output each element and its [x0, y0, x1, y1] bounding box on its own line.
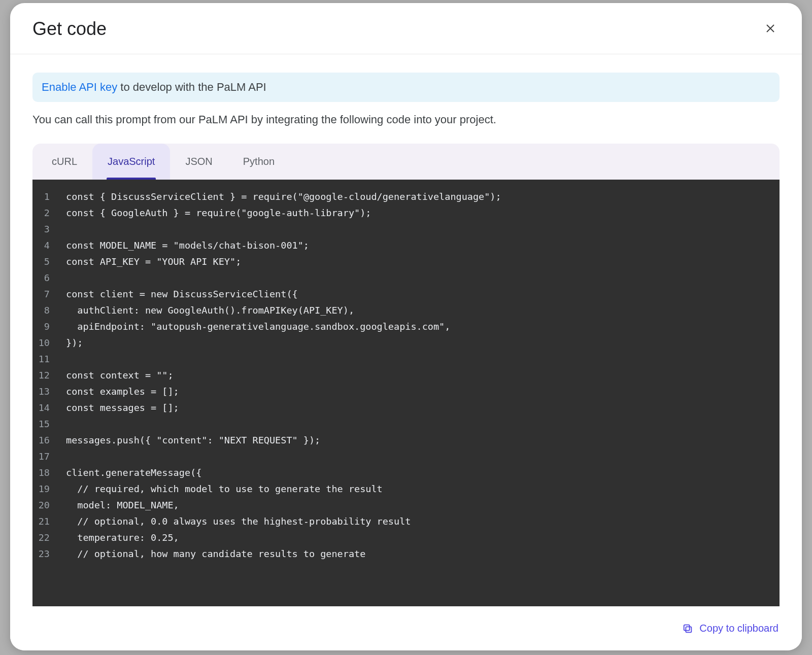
code-line: // required, which model to use to gener…: [66, 481, 501, 497]
line-number: 8: [32, 302, 50, 319]
code-line: });: [66, 335, 501, 351]
code-line: client.generateMessage({: [66, 465, 501, 481]
code-line: model: MODEL_NAME,: [66, 497, 501, 513]
line-number: 4: [32, 237, 50, 254]
line-number: 10: [32, 335, 50, 351]
get-code-modal: Get code Enable API key to develop with …: [10, 3, 802, 650]
code-line: const client = new DiscussServiceClient(…: [66, 286, 501, 302]
svg-rect-0: [686, 627, 692, 632]
code-line: const examples = [];: [66, 384, 501, 400]
tab-curl[interactable]: cURL: [37, 144, 92, 180]
line-number: 21: [32, 513, 50, 530]
code-tabs: cURLJavaScriptJSONPython: [32, 144, 780, 180]
modal-content: Enable API key to develop with the PaLM …: [10, 54, 802, 606]
line-number: 1: [32, 189, 50, 205]
line-number: 6: [32, 270, 50, 286]
line-number: 13: [32, 384, 50, 400]
code-line: [66, 351, 501, 367]
line-number: 3: [32, 221, 50, 237]
banner-text: to develop with the PaLM API: [117, 81, 266, 93]
code-line: [66, 270, 501, 286]
line-number: 5: [32, 254, 50, 270]
copy-icon: [682, 623, 693, 634]
code-line: // optional, how many candidate results …: [66, 546, 501, 562]
code-line: const context = "";: [66, 367, 501, 384]
close-button[interactable]: [761, 19, 780, 39]
line-number: 2: [32, 205, 50, 221]
code-line: const MODEL_NAME = "models/chat-bison-00…: [66, 237, 501, 254]
copy-to-clipboard-button[interactable]: Copy to clipboard: [677, 618, 784, 638]
line-number: 20: [32, 497, 50, 513]
line-number: 16: [32, 432, 50, 449]
code-line: authClient: new GoogleAuth().fromAPIKey(…: [66, 302, 501, 319]
line-number: 23: [32, 546, 50, 562]
enable-api-link[interactable]: Enable API key: [42, 81, 117, 93]
line-number: 11: [32, 351, 50, 367]
code-line: messages.push({ "content": "NEXT REQUEST…: [66, 432, 501, 449]
modal-footer: Copy to clipboard: [10, 606, 802, 650]
line-number: 12: [32, 367, 50, 384]
line-number: 18: [32, 465, 50, 481]
code-lines: const { DiscussServiceClient } = require…: [55, 180, 501, 606]
description-text: You can call this prompt from our PaLM A…: [32, 113, 780, 126]
line-number: 14: [32, 400, 50, 416]
code-line: [66, 221, 501, 237]
enable-api-banner: Enable API key to develop with the PaLM …: [32, 73, 780, 102]
line-number: 15: [32, 416, 50, 432]
modal-header: Get code: [10, 3, 802, 54]
code-line: const API_KEY = "YOUR API KEY";: [66, 254, 501, 270]
code-area: 1234567891011121314151617181920212223 co…: [32, 180, 780, 606]
line-gutter: 1234567891011121314151617181920212223: [32, 180, 55, 606]
svg-rect-1: [684, 625, 690, 630]
line-number: 7: [32, 286, 50, 302]
line-number: 17: [32, 449, 50, 465]
tab-json[interactable]: JSON: [170, 144, 227, 180]
code-line: [66, 449, 501, 465]
modal-title: Get code: [32, 18, 107, 40]
copy-label: Copy to clipboard: [699, 623, 779, 634]
code-line: apiEndpoint: "autopush-generativelanguag…: [66, 319, 501, 335]
code-line: temperature: 0.25,: [66, 530, 501, 546]
code-line: const { DiscussServiceClient } = require…: [66, 189, 501, 205]
code-line: [66, 416, 501, 432]
tab-python[interactable]: Python: [228, 144, 290, 180]
close-icon: [764, 22, 776, 35]
line-number: 22: [32, 530, 50, 546]
line-number: 9: [32, 319, 50, 335]
code-line: // optional, 0.0 always uses the highest…: [66, 513, 501, 530]
line-number: 19: [32, 481, 50, 497]
code-card: cURLJavaScriptJSONPython 123456789101112…: [32, 144, 780, 606]
code-line: const messages = [];: [66, 400, 501, 416]
code-line: const { GoogleAuth } = require("google-a…: [66, 205, 501, 221]
tab-javascript[interactable]: JavaScript: [92, 144, 170, 180]
